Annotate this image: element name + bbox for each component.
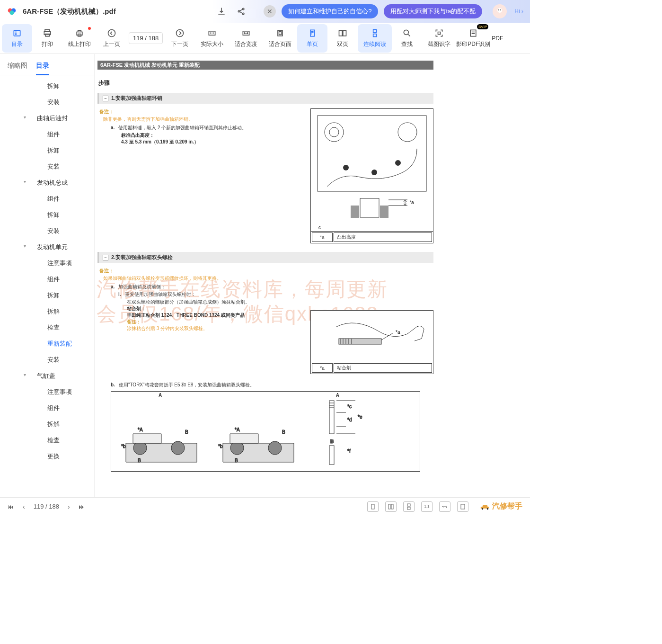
view-ratio-icon[interactable]: 1:1: [421, 501, 433, 512]
outline-item[interactable]: 安装: [0, 352, 94, 368]
outline-item[interactable]: 拆卸: [0, 287, 94, 304]
svg-point-33: [343, 165, 349, 170]
outline-label: 拆解: [47, 308, 60, 315]
outline-item[interactable]: 组件: [0, 271, 94, 287]
svg-text:*b: *b: [218, 444, 223, 449]
greeting-label[interactable]: Hi ›: [514, 8, 523, 15]
note-2-label: 备注：: [99, 268, 433, 274]
svg-point-17: [177, 30, 184, 37]
outline-label: 气缸盖: [37, 372, 55, 379]
svg-point-4: [243, 8, 244, 9]
outline-item[interactable]: 拆卸: [0, 143, 94, 159]
svg-rect-77: [388, 504, 390, 509]
prev-page-icon[interactable]: ‹: [23, 503, 25, 510]
view-continuous-icon[interactable]: [403, 501, 415, 512]
tool-next-page[interactable]: 下一页: [165, 24, 195, 53]
page-indicator-top[interactable]: 119 / 188: [129, 32, 163, 44]
outline-item[interactable]: ▾发动机总成: [0, 175, 94, 191]
download-icon[interactable]: [214, 4, 229, 18]
tool-prev-page[interactable]: 上一页: [97, 24, 127, 53]
caption-table-1: *a凸出高度: [310, 232, 433, 243]
tool-single-page[interactable]: 单页: [297, 24, 327, 53]
note-2-body: 如果加强曲轴箱双头螺栓变形或螺纹损坏，则将其更换。: [103, 275, 433, 282]
outline-item[interactable]: 安装: [0, 94, 94, 110]
avatar-icon[interactable]: [493, 4, 507, 18]
outline-label: 组件: [47, 131, 60, 138]
fit-page-icon: [275, 28, 285, 38]
outline-item[interactable]: 拆卸: [0, 78, 94, 94]
chevron-down-icon: ▾: [24, 243, 26, 249]
svg-point-9: [500, 9, 501, 10]
outline-item[interactable]: ▾气缸盖: [0, 368, 94, 384]
titlebar: 6AR-FSE（发动机机械）.pdf ✕ 如何建立和维护自己的自信心? 用配对大…: [0, 0, 530, 23]
next-page-icon[interactable]: ›: [68, 503, 70, 510]
outline-item[interactable]: 组件: [0, 191, 94, 207]
outline-label: 发动机单元: [37, 243, 68, 250]
outline-item[interactable]: 拆解: [0, 416, 94, 432]
next-icon: [175, 28, 185, 38]
tool-pdf-more[interactable]: PDF: [490, 24, 504, 53]
svg-point-7: [497, 8, 502, 13]
tool-ocr-pdf[interactable]: SVIP 影印PDF识别: [456, 24, 490, 53]
first-page-icon[interactable]: ⏮: [8, 503, 14, 510]
section-2-bar: − 2.安装加强曲轴箱双头螺栓: [97, 252, 433, 263]
outline-item[interactable]: 组件: [0, 126, 94, 143]
catalog-icon: [12, 28, 22, 38]
outline-item[interactable]: 重新装配: [0, 336, 94, 352]
svg-point-57: [268, 441, 282, 455]
outline-item[interactable]: 注意事项: [0, 384, 94, 400]
svg-point-83: [487, 508, 489, 510]
page-indicator-bottom[interactable]: 119 / 188: [34, 503, 59, 510]
tool-fit-page[interactable]: 适合页面: [263, 24, 297, 53]
outline-label: 组件: [47, 195, 60, 202]
document-viewport[interactable]: 6AR-FSE 发动机机械 发动机单元 重新装配 步骤 − 1.安装加强曲轴箱环…: [95, 54, 530, 497]
outline-item[interactable]: ▾曲轴后油封: [0, 110, 94, 126]
outline-label: 检查: [47, 324, 60, 331]
view-double-icon[interactable]: [385, 501, 397, 512]
tool-actual-size[interactable]: 实际大小: [195, 24, 229, 53]
tool-search[interactable]: 查找: [392, 24, 422, 53]
chevron-down-icon: ▾: [24, 179, 26, 184]
close-promo-icon[interactable]: ✕: [264, 5, 276, 18]
outline-list[interactable]: 拆卸安装▾曲轴后油封组件拆卸安装▾发动机总成组件拆卸安装▾发动机单元注意事项组件…: [0, 75, 94, 497]
prev-icon: [106, 28, 117, 38]
tool-print[interactable]: 打印: [32, 24, 62, 53]
tool-continuous[interactable]: 连续阅读: [358, 24, 392, 53]
outline-item[interactable]: 拆卸: [0, 207, 94, 223]
tool-ocr-area[interactable]: 截图识字: [422, 24, 456, 53]
tool-online-print[interactable]: 线上打印: [62, 24, 97, 53]
step-2a: a.加强曲轴箱总成前侧：: [111, 284, 433, 290]
bottom-nav: ⏮ ‹ 119 / 188 › ⏭: [8, 503, 85, 510]
share-icon[interactable]: [234, 4, 248, 18]
outline-label: 安装: [47, 163, 60, 170]
promo-pill-2[interactable]: 用配对大师测下我与ta的配不配: [384, 4, 482, 18]
outline-item[interactable]: 组件: [0, 400, 94, 416]
svg-point-2: [9, 10, 14, 15]
promo-pill-1[interactable]: 如何建立和维护自己的自信心?: [282, 4, 378, 18]
view-single-icon[interactable]: [367, 501, 379, 512]
tool-spread[interactable]: 双页: [327, 24, 358, 53]
outline-label: 更换: [47, 453, 60, 460]
view-fitw-icon[interactable]: [439, 501, 450, 512]
actual-size-icon: [207, 28, 217, 38]
chevron-down-icon: ▾: [24, 115, 26, 120]
tool-fit-width[interactable]: 适合宽度: [229, 24, 263, 53]
outline-item[interactable]: 更换: [0, 448, 94, 465]
outline-item[interactable]: 检查: [0, 320, 94, 336]
tab-outline[interactable]: 目录: [36, 59, 49, 75]
outline-item[interactable]: 安装: [0, 159, 94, 175]
view-fitp-icon[interactable]: [457, 501, 468, 512]
tool-catalog[interactable]: 目录: [2, 24, 32, 53]
outline-item[interactable]: 拆解: [0, 304, 94, 320]
outline-item[interactable]: 安装: [0, 223, 94, 239]
outline-item[interactable]: 检查: [0, 432, 94, 448]
outline-item[interactable]: ▾发动机单元: [0, 239, 94, 255]
tab-thumbnails[interactable]: 缩略图: [8, 59, 27, 75]
fit-width-icon: [241, 28, 251, 38]
svg-rect-76: [371, 504, 374, 509]
outline-label: 发动机总成: [37, 179, 68, 186]
last-page-icon[interactable]: ⏭: [79, 503, 85, 510]
outline-label: 安装: [47, 227, 60, 234]
outline-item[interactable]: 注意事项: [0, 255, 94, 271]
svg-text:*a: *a: [409, 200, 414, 205]
